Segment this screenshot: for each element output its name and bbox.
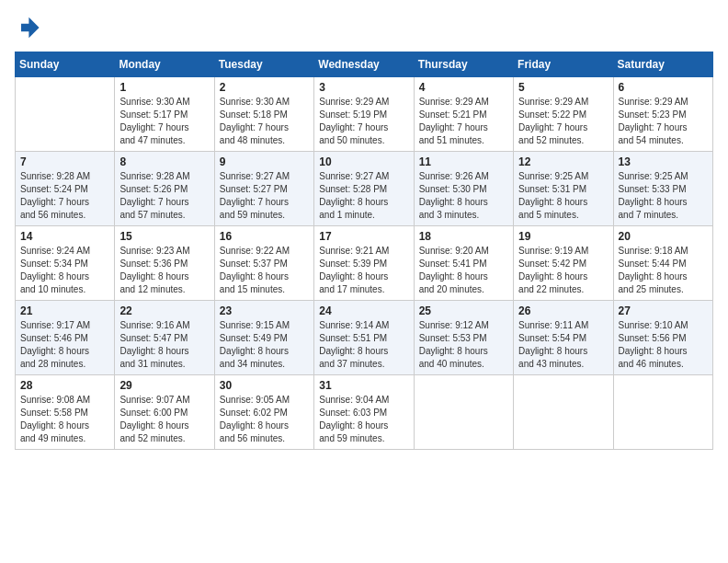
day-info: Sunrise: 9:23 AM Sunset: 5:36 PM Dayligh…: [119, 245, 209, 296]
calendar-cell: 25Sunrise: 9:12 AM Sunset: 5:53 PM Dayli…: [414, 301, 513, 375]
day-number: 8: [119, 155, 209, 168]
calendar-cell: [414, 375, 513, 450]
calendar-cell: 3Sunrise: 9:29 AM Sunset: 5:19 PM Daylig…: [314, 77, 414, 152]
day-info: Sunrise: 9:27 AM Sunset: 5:28 PM Dayligh…: [319, 170, 408, 222]
calendar-cell: 26Sunrise: 9:11 AM Sunset: 5:54 PM Dayli…: [514, 301, 613, 375]
day-info: Sunrise: 9:29 AM Sunset: 5:19 PM Dayligh…: [319, 96, 408, 147]
day-number: 21: [20, 304, 109, 317]
day-number: 22: [119, 304, 209, 317]
day-number: 3: [319, 81, 408, 94]
day-info: Sunrise: 9:15 AM Sunset: 5:49 PM Dayligh…: [220, 319, 309, 371]
day-number: 14: [20, 230, 109, 243]
day-number: 4: [419, 81, 508, 94]
day-info: Sunrise: 9:29 AM Sunset: 5:23 PM Dayligh…: [619, 96, 708, 147]
day-number: 6: [619, 81, 708, 94]
calendar-cell: 15Sunrise: 9:23 AM Sunset: 5:36 PM Dayli…: [115, 226, 214, 301]
calendar-cell: 24Sunrise: 9:14 AM Sunset: 5:51 PM Dayli…: [314, 301, 414, 375]
calendar-header: SundayMondayTuesdayWednesdayThursdayFrid…: [16, 52, 713, 77]
day-info: Sunrise: 9:29 AM Sunset: 5:21 PM Dayligh…: [419, 96, 508, 147]
calendar-cell: 28Sunrise: 9:08 AM Sunset: 5:58 PM Dayli…: [16, 375, 115, 450]
day-number: 31: [319, 379, 408, 392]
day-info: Sunrise: 9:28 AM Sunset: 5:24 PM Dayligh…: [20, 170, 109, 222]
header-cell-wednesday: Wednesday: [314, 52, 414, 77]
day-info: Sunrise: 9:26 AM Sunset: 5:30 PM Dayligh…: [419, 170, 508, 222]
day-number: 7: [20, 155, 109, 168]
calendar-cell: 6Sunrise: 9:29 AM Sunset: 5:23 PM Daylig…: [613, 77, 712, 152]
day-number: 30: [220, 379, 309, 392]
calendar-cell: [613, 375, 712, 450]
header-cell-sunday: Sunday: [16, 52, 115, 77]
header-cell-tuesday: Tuesday: [214, 52, 313, 77]
day-info: Sunrise: 9:29 AM Sunset: 5:22 PM Dayligh…: [518, 96, 608, 147]
day-number: 9: [220, 155, 309, 168]
day-number: 17: [319, 230, 408, 243]
day-info: Sunrise: 9:25 AM Sunset: 5:31 PM Dayligh…: [518, 170, 608, 222]
week-row-1: 1Sunrise: 9:30 AM Sunset: 5:17 PM Daylig…: [16, 77, 713, 152]
calendar-cell: 27Sunrise: 9:10 AM Sunset: 5:56 PM Dayli…: [613, 301, 712, 375]
day-number: 19: [518, 230, 608, 243]
calendar-cell: 29Sunrise: 9:07 AM Sunset: 6:00 PM Dayli…: [115, 375, 214, 450]
calendar-cell: 11Sunrise: 9:26 AM Sunset: 5:30 PM Dayli…: [414, 152, 513, 226]
header-cell-thursday: Thursday: [414, 52, 513, 77]
calendar-cell: 31Sunrise: 9:04 AM Sunset: 6:03 PM Dayli…: [314, 375, 414, 450]
day-info: Sunrise: 9:28 AM Sunset: 5:26 PM Dayligh…: [119, 170, 209, 222]
header-cell-friday: Friday: [514, 52, 613, 77]
day-info: Sunrise: 9:16 AM Sunset: 5:47 PM Dayligh…: [119, 319, 209, 371]
day-number: 15: [119, 230, 209, 243]
week-row-4: 21Sunrise: 9:17 AM Sunset: 5:46 PM Dayli…: [16, 301, 713, 375]
day-number: 28: [20, 379, 109, 392]
header: [15, 15, 713, 40]
calendar-cell: 8Sunrise: 9:28 AM Sunset: 5:26 PM Daylig…: [115, 152, 214, 226]
day-number: 16: [220, 230, 309, 243]
svg-marker-0: [21, 17, 40, 38]
calendar-body: 1Sunrise: 9:30 AM Sunset: 5:17 PM Daylig…: [16, 77, 713, 450]
day-number: 12: [518, 155, 608, 168]
header-cell-saturday: Saturday: [613, 52, 712, 77]
day-number: 2: [220, 81, 309, 94]
day-number: 23: [220, 304, 309, 317]
main-container: SundayMondayTuesdayWednesdayThursdayFrid…: [0, 0, 728, 457]
day-info: Sunrise: 9:11 AM Sunset: 5:54 PM Dayligh…: [518, 319, 608, 371]
calendar-table: SundayMondayTuesdayWednesdayThursdayFrid…: [15, 52, 713, 450]
day-info: Sunrise: 9:18 AM Sunset: 5:44 PM Dayligh…: [619, 245, 708, 296]
calendar-cell: [16, 77, 115, 152]
day-info: Sunrise: 9:12 AM Sunset: 5:53 PM Dayligh…: [419, 319, 508, 371]
calendar-cell: 21Sunrise: 9:17 AM Sunset: 5:46 PM Dayli…: [16, 301, 115, 375]
calendar-cell: 23Sunrise: 9:15 AM Sunset: 5:49 PM Dayli…: [214, 301, 313, 375]
calendar-cell: 12Sunrise: 9:25 AM Sunset: 5:31 PM Dayli…: [514, 152, 613, 226]
calendar-cell: 17Sunrise: 9:21 AM Sunset: 5:39 PM Dayli…: [314, 226, 414, 301]
calendar-cell: [514, 375, 613, 450]
day-info: Sunrise: 9:05 AM Sunset: 6:02 PM Dayligh…: [220, 394, 309, 445]
day-number: 1: [119, 81, 209, 94]
day-info: Sunrise: 9:24 AM Sunset: 5:34 PM Dayligh…: [20, 245, 109, 296]
day-info: Sunrise: 9:22 AM Sunset: 5:37 PM Dayligh…: [220, 245, 309, 296]
week-row-3: 14Sunrise: 9:24 AM Sunset: 5:34 PM Dayli…: [16, 226, 713, 301]
day-info: Sunrise: 9:21 AM Sunset: 5:39 PM Dayligh…: [319, 245, 408, 296]
calendar-cell: 1Sunrise: 9:30 AM Sunset: 5:17 PM Daylig…: [115, 77, 214, 152]
week-row-2: 7Sunrise: 9:28 AM Sunset: 5:24 PM Daylig…: [16, 152, 713, 226]
calendar-cell: 9Sunrise: 9:27 AM Sunset: 5:27 PM Daylig…: [214, 152, 313, 226]
calendar-cell: 5Sunrise: 9:29 AM Sunset: 5:22 PM Daylig…: [514, 77, 613, 152]
day-info: Sunrise: 9:04 AM Sunset: 6:03 PM Dayligh…: [319, 394, 408, 445]
calendar-cell: 10Sunrise: 9:27 AM Sunset: 5:28 PM Dayli…: [314, 152, 414, 226]
day-number: 25: [419, 304, 508, 317]
calendar-cell: 22Sunrise: 9:16 AM Sunset: 5:47 PM Dayli…: [115, 301, 214, 375]
calendar-cell: 13Sunrise: 9:25 AM Sunset: 5:33 PM Dayli…: [613, 152, 712, 226]
day-info: Sunrise: 9:20 AM Sunset: 5:41 PM Dayligh…: [419, 245, 508, 296]
calendar-cell: 2Sunrise: 9:30 AM Sunset: 5:18 PM Daylig…: [214, 77, 313, 152]
calendar-cell: 18Sunrise: 9:20 AM Sunset: 5:41 PM Dayli…: [414, 226, 513, 301]
day-number: 18: [419, 230, 508, 243]
day-info: Sunrise: 9:30 AM Sunset: 5:18 PM Dayligh…: [220, 96, 309, 147]
day-info: Sunrise: 9:30 AM Sunset: 5:17 PM Dayligh…: [119, 96, 209, 147]
day-info: Sunrise: 9:08 AM Sunset: 5:58 PM Dayligh…: [20, 394, 109, 445]
header-cell-monday: Monday: [115, 52, 214, 77]
day-info: Sunrise: 9:14 AM Sunset: 5:51 PM Dayligh…: [319, 319, 408, 371]
calendar-cell: 30Sunrise: 9:05 AM Sunset: 6:02 PM Dayli…: [214, 375, 313, 450]
logo: [15, 15, 44, 40]
week-row-5: 28Sunrise: 9:08 AM Sunset: 5:58 PM Dayli…: [16, 375, 713, 450]
day-number: 20: [619, 230, 708, 243]
calendar-cell: 4Sunrise: 9:29 AM Sunset: 5:21 PM Daylig…: [414, 77, 513, 152]
day-number: 26: [518, 304, 608, 317]
day-info: Sunrise: 9:07 AM Sunset: 6:00 PM Dayligh…: [119, 394, 209, 445]
day-info: Sunrise: 9:10 AM Sunset: 5:56 PM Dayligh…: [619, 319, 708, 371]
